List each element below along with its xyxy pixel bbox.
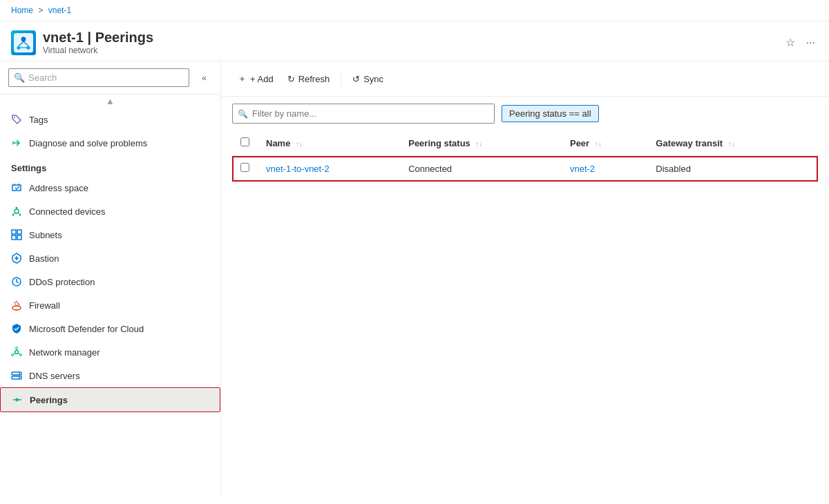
sidebar-item-network-manager[interactable]: Network manager	[0, 340, 220, 364]
breadcrumb-current[interactable]: vnet-1	[48, 6, 71, 15]
firewall-icon	[11, 300, 22, 311]
network-manager-label: Network manager	[29, 347, 100, 358]
sidebar-item-firewall[interactable]: Firewall	[0, 293, 220, 317]
sidebar-item-connected-devices[interactable]: Connected devices	[0, 200, 220, 223]
filter-search-icon: 🔍	[238, 109, 248, 119]
toolbar: ＋ + Add ↻ Refresh ↺ Sync	[221, 61, 829, 97]
search-icon: 🔍	[14, 72, 25, 83]
sidebar-item-subnets[interactable]: Subnets	[0, 223, 220, 246]
peering-status-value: Connected	[408, 164, 452, 174]
search-input[interactable]	[8, 68, 189, 87]
ddos-label: DDoS protection	[29, 277, 95, 287]
network-icon	[11, 347, 22, 358]
sidebar-item-address-space[interactable]: Address space	[0, 176, 220, 200]
peerings-label: Peerings	[30, 395, 68, 405]
svg-line-16	[18, 213, 19, 214]
peering-status-sort-icon[interactable]: ↑↓	[475, 140, 482, 148]
select-all-header[interactable]	[232, 130, 258, 156]
breadcrumb-home[interactable]: Home	[11, 6, 33, 15]
table-row[interactable]: vnet-1-to-vnet-2 Connected vnet-2 Disabl…	[232, 156, 818, 182]
address-icon	[11, 182, 22, 193]
svg-rect-17	[12, 230, 16, 234]
header-actions: ☆ ···	[783, 33, 818, 52]
page-header: vnet-1 | Peerings Virtual network ☆ ···	[0, 21, 829, 61]
svg-rect-20	[17, 235, 21, 240]
sidebar-item-ddos[interactable]: DDoS protection	[0, 270, 220, 293]
column-peering-status: Peering status ↑↓	[400, 130, 562, 156]
peering-name-cell: vnet-1-to-vnet-2	[258, 156, 400, 182]
svg-point-35	[19, 377, 20, 378]
more-button[interactable]: ···	[803, 34, 818, 52]
add-button[interactable]: ＋ + Add	[232, 68, 279, 89]
svg-point-11	[16, 207, 18, 209]
svg-line-9	[12, 143, 14, 144]
name-sort-icon[interactable]: ↑↓	[296, 140, 303, 148]
gateway-transit-value: Disabled	[656, 164, 691, 174]
toolbar-divider	[341, 72, 341, 86]
svg-line-8	[12, 142, 14, 143]
refresh-button[interactable]: ↻ Refresh	[282, 70, 336, 88]
column-gateway-transit: Gateway transit ↑↓	[647, 130, 818, 156]
svg-point-27	[20, 354, 22, 356]
svg-line-15	[15, 213, 16, 214]
svg-point-1	[21, 37, 26, 41]
svg-point-7	[14, 117, 15, 118]
breadcrumb-separator: >	[38, 6, 43, 15]
sidebar: 🔍 « ▲ Tags	[0, 61, 221, 496]
select-all-checkbox[interactable]	[240, 137, 249, 146]
sidebar-item-diagnose[interactable]: Diagnose and solve problems	[0, 131, 220, 155]
ddos-icon	[11, 276, 22, 287]
filter-input-wrap: 🔍	[232, 104, 495, 124]
svg-rect-0	[14, 33, 33, 52]
filter-input[interactable]	[232, 104, 495, 124]
tags-label: Tags	[29, 115, 48, 125]
sidebar-item-peerings[interactable]: Peerings	[0, 387, 220, 412]
diagnose-label: Diagnose and solve problems	[29, 138, 147, 148]
peering-icon	[12, 394, 23, 405]
bastion-label: Bastion	[29, 253, 59, 264]
svg-rect-19	[12, 235, 16, 240]
gateway-transit-sort-icon[interactable]: ↑↓	[728, 140, 735, 148]
tag-icon	[11, 114, 22, 125]
firewall-label: Firewall	[29, 300, 60, 311]
favorite-button[interactable]: ☆	[783, 33, 798, 52]
row-checkbox-cell[interactable]	[232, 156, 258, 182]
dns-icon	[11, 370, 22, 381]
diagnose-icon	[11, 137, 22, 148]
breadcrumb: Home > vnet-1	[0, 0, 829, 21]
sidebar-search-bar: 🔍 «	[0, 61, 220, 95]
peering-name-link[interactable]: vnet-1-to-vnet-2	[266, 164, 330, 174]
column-name: Name ↑↓	[258, 130, 400, 156]
collapse-button[interactable]: «	[196, 70, 212, 86]
address-space-label: Address space	[29, 183, 88, 193]
main-layout: 🔍 « ▲ Tags	[0, 61, 829, 496]
sync-icon: ↺	[352, 74, 360, 84]
sidebar-item-defender[interactable]: Microsoft Defender for Cloud	[0, 317, 220, 340]
svg-point-28	[12, 354, 14, 356]
dns-label: DNS servers	[29, 371, 80, 381]
table-header-row: Name ↑↓ Peering status ↑↓ Peer ↑↓ Gate	[232, 130, 818, 156]
svg-point-26	[16, 347, 18, 349]
sync-button[interactable]: ↺ Sync	[347, 70, 389, 88]
add-icon: ＋	[238, 72, 247, 85]
defender-label: Microsoft Defender for Cloud	[29, 324, 144, 334]
peer-sort-icon[interactable]: ↑↓	[595, 140, 602, 148]
subnets-label: Subnets	[29, 230, 62, 240]
devices-icon	[11, 206, 22, 217]
page-header-text: vnet-1 | Peerings Virtual network	[43, 30, 776, 55]
peering-status-cell: Connected	[400, 156, 562, 182]
subnet-icon	[11, 229, 22, 240]
row-checkbox[interactable]	[240, 163, 249, 172]
table-wrap: Name ↑↓ Peering status ↑↓ Peer ↑↓ Gate	[221, 130, 829, 496]
settings-section-label: Settings	[0, 155, 220, 176]
filter-badge[interactable]: Peering status == all	[502, 105, 599, 122]
sidebar-item-tags[interactable]: Tags	[0, 108, 220, 131]
peerings-table: Name ↑↓ Peering status ↑↓ Peer ↑↓ Gate	[232, 130, 818, 182]
sidebar-item-dns[interactable]: DNS servers	[0, 364, 220, 387]
svg-point-12	[12, 214, 15, 216]
sidebar-item-bastion[interactable]: Bastion	[0, 246, 220, 270]
filter-bar: 🔍 Peering status == all	[221, 97, 829, 130]
column-peer: Peer ↑↓	[562, 130, 647, 156]
scroll-up-indicator: ▲	[0, 95, 220, 108]
peer-link[interactable]: vnet-2	[570, 164, 595, 174]
